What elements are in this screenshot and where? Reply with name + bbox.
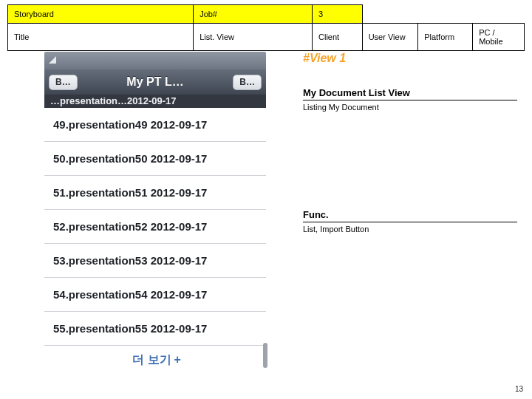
func-body: List, Import Button xyxy=(303,222,517,233)
nav-title: My PT L… xyxy=(83,75,228,89)
import-button[interactable]: B… xyxy=(233,75,262,90)
mobile-mockup: B… My PT L… B… …presentation…2012-09-17 … xyxy=(44,52,266,369)
section-title: My Document List View xyxy=(303,87,517,100)
nav-bar: B… My PT L… B… xyxy=(44,69,266,95)
scrollbar-thumb[interactable] xyxy=(263,343,267,368)
spec-header-table: Storyboard Job# 3 Title List. View Clien… xyxy=(7,4,525,51)
client-value: User View xyxy=(362,24,417,51)
signal-icon xyxy=(49,56,56,64)
list-item-partial: …presentation…2012-09-17 xyxy=(44,95,266,108)
platform-value: PC / Mobile xyxy=(473,24,525,51)
title-value: List. View xyxy=(194,24,313,51)
annotation-panel: #View 1 My Document List View Listing My… xyxy=(303,52,517,233)
func-title: Func. xyxy=(303,209,517,222)
job-number-label: Job# xyxy=(194,5,313,24)
load-more-button[interactable]: 더 보기 + xyxy=(44,346,266,374)
view-tag: #View 1 xyxy=(303,52,517,65)
status-bar xyxy=(44,52,266,69)
page-number: 13 xyxy=(515,385,523,393)
load-more-label: 더 보기 xyxy=(132,352,171,368)
list-item[interactable]: 50.presentation50 2012-09-17 xyxy=(44,142,266,176)
plus-icon: + xyxy=(174,353,181,366)
list-item[interactable]: 52.presentation52 2012-09-17 xyxy=(44,210,266,244)
title-label: Title xyxy=(8,24,194,51)
section-body: Listing My Document xyxy=(303,100,517,112)
list-item[interactable]: 51.presentation51 2012-09-17 xyxy=(44,176,266,210)
storyboard-label: Storyboard xyxy=(8,5,194,24)
list-item[interactable]: 55.presentation55 2012-09-17 xyxy=(44,312,266,346)
document-list[interactable]: 49.presentation49 2012-09-17 50.presenta… xyxy=(44,108,266,374)
client-label: Client xyxy=(313,24,363,51)
back-button[interactable]: B… xyxy=(49,75,78,90)
list-item[interactable]: 54.presentation54 2012-09-17 xyxy=(44,278,266,312)
platform-label: Platform xyxy=(418,24,473,51)
list-item[interactable]: 53.presentation53 2012-09-17 xyxy=(44,244,266,278)
list-item[interactable]: 49.presentation49 2012-09-17 xyxy=(44,108,266,142)
job-number-value: 3 xyxy=(313,5,363,24)
